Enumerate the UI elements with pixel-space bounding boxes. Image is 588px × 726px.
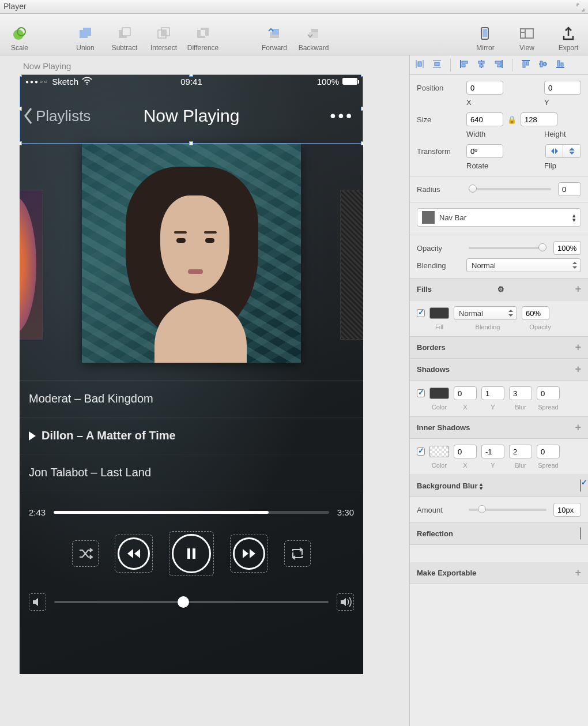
svg-point-21: [86, 84, 88, 85]
more-button[interactable]: •••: [330, 107, 354, 125]
distribute-v-icon[interactable]: [432, 59, 442, 71]
pause-button[interactable]: [172, 534, 211, 573]
canvas[interactable]: Now Playing ●●●○○ Sketch 09:41 100%: [0, 55, 409, 726]
align-center-h-icon[interactable]: [476, 59, 487, 71]
svg-rect-47: [561, 63, 563, 66]
lock-aspect-icon[interactable]: 🔒: [508, 114, 516, 125]
subtract-icon: [116, 25, 133, 42]
align-bottom-icon[interactable]: [555, 59, 566, 71]
flip-h-button[interactable]: [546, 145, 563, 157]
window-title: Player: [3, 2, 27, 11]
volume-high-icon[interactable]: [337, 593, 354, 611]
svg-rect-32: [462, 65, 465, 67]
svg-rect-29: [435, 62, 439, 66]
bgblur-checkbox[interactable]: [580, 479, 581, 492]
add-export-button[interactable]: +: [575, 567, 581, 579]
shadow-y-input[interactable]: [481, 386, 504, 400]
position-x-input[interactable]: [466, 81, 503, 95]
rotate-input[interactable]: [466, 144, 503, 158]
track-row[interactable]: Moderat – Bad Kingdom: [20, 380, 363, 417]
forward-button[interactable]: [233, 537, 265, 570]
bgblur-amount-label: Amount: [417, 506, 462, 514]
union-icon: [77, 25, 93, 42]
expand-icon[interactable]: [576, 2, 585, 10]
inner-shadow-checkbox[interactable]: [417, 447, 425, 456]
opacity-slider[interactable]: [469, 247, 546, 249]
flip-v-button[interactable]: [563, 145, 581, 157]
shadow-checkbox[interactable]: [417, 389, 425, 397]
add-inner-shadow-button[interactable]: +: [575, 422, 581, 434]
shadow-color-swatch[interactable]: [429, 388, 449, 399]
gear-icon[interactable]: ⚙: [497, 285, 504, 294]
radius-input[interactable]: [558, 182, 581, 196]
play-icon: [29, 431, 36, 441]
subtract-button[interactable]: Subtract: [107, 17, 142, 52]
shuffle-button[interactable]: [75, 543, 96, 564]
back-button[interactable]: Playlists: [20, 107, 91, 125]
mirror-button[interactable]: Mirror: [468, 17, 503, 52]
track-row[interactable]: Dillon – A Matter of Time: [20, 417, 363, 454]
shadow-spread-input[interactable]: [537, 386, 560, 400]
inner-shadow-spread-input[interactable]: [537, 445, 560, 458]
union-button[interactable]: Union: [68, 17, 103, 52]
align-toolbar: [410, 55, 588, 75]
position-y-input[interactable]: [544, 81, 581, 95]
inner-shadow-x-input[interactable]: [454, 445, 477, 458]
flip-buttons: [545, 144, 581, 158]
backward-button[interactable]: Backward: [296, 17, 331, 52]
add-shadow-button[interactable]: +: [575, 363, 581, 375]
fill-blending-select[interactable]: Normal: [454, 306, 517, 320]
wifi-icon: [82, 77, 92, 86]
repeat-button[interactable]: [287, 543, 308, 564]
bgblur-slider[interactable]: [469, 509, 546, 511]
view-button[interactable]: View: [510, 17, 544, 52]
progress-track[interactable]: [54, 511, 329, 514]
artboard-now-playing[interactable]: ●●●○○ Sketch 09:41 100% Playlists Now Pl…: [20, 74, 363, 674]
fill-opacity-input[interactable]: [522, 306, 549, 320]
artboard-label[interactable]: Now Playing: [23, 61, 409, 71]
next-album-cover[interactable]: [340, 190, 363, 340]
album-covers[interactable]: [20, 144, 363, 363]
track-row[interactable]: Jon Talabot – Last Land: [20, 454, 363, 491]
volume-bar[interactable]: [29, 593, 354, 611]
height-input[interactable]: [521, 112, 557, 126]
align-left-icon[interactable]: [459, 59, 469, 71]
blending-select[interactable]: Normal: [466, 258, 581, 272]
inner-shadow-color-swatch[interactable]: [429, 446, 449, 457]
current-album-cover[interactable]: [82, 144, 301, 363]
inner-shadow-blur-input[interactable]: [509, 445, 532, 458]
svg-rect-23: [193, 548, 195, 559]
add-fill-button[interactable]: +: [575, 283, 581, 295]
forward-icon: [266, 25, 282, 42]
fill-checkbox[interactable]: [417, 309, 425, 317]
forward-button[interactable]: Forward: [257, 17, 292, 52]
layer-style-select[interactable]: Nav Bar ▴▾: [417, 208, 581, 227]
width-input[interactable]: [466, 112, 503, 126]
inner-shadow-y-input[interactable]: [481, 445, 504, 458]
shadow-blur-input[interactable]: [509, 386, 532, 400]
add-border-button[interactable]: +: [575, 341, 581, 353]
radius-slider[interactable]: [469, 188, 551, 190]
difference-button[interactable]: Difference: [186, 17, 220, 52]
align-top-icon[interactable]: [521, 59, 531, 71]
volume-track[interactable]: [54, 601, 329, 603]
fill-color-swatch[interactable]: [429, 307, 449, 319]
rewind-button[interactable]: [118, 537, 150, 570]
progress-bar[interactable]: 2:43 3:30: [29, 507, 354, 517]
position-label: Position: [417, 84, 462, 92]
carrier-label: Sketch: [52, 77, 78, 86]
shadow-x-input[interactable]: [454, 386, 477, 400]
playback-controls: [20, 531, 363, 576]
opacity-input[interactable]: [553, 241, 581, 255]
chevron-updown-icon[interactable]: ▴▾: [480, 482, 483, 490]
scale-button[interactable]: Scale: [2, 17, 37, 52]
align-right-icon[interactable]: [493, 59, 504, 71]
intersect-button[interactable]: Intersect: [146, 17, 181, 52]
export-button[interactable]: Export: [551, 17, 586, 52]
reflection-checkbox[interactable]: [580, 527, 581, 540]
prev-album-cover[interactable]: [20, 190, 43, 340]
distribute-h-icon[interactable]: [414, 59, 425, 71]
align-middle-icon[interactable]: [538, 59, 548, 71]
bgblur-input[interactable]: [553, 503, 581, 517]
volume-low-icon[interactable]: [29, 593, 46, 611]
